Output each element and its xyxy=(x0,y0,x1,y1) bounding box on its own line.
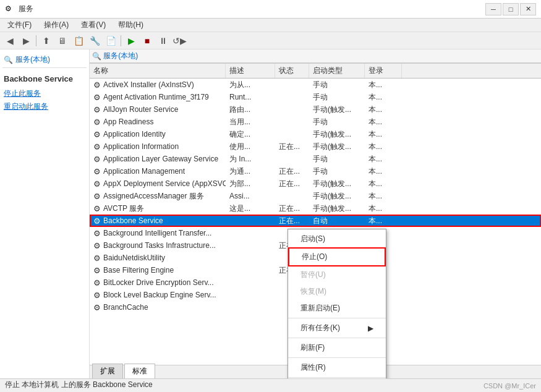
toolbar-pause[interactable]: ⏸ xyxy=(156,34,171,48)
table-row[interactable]: ⚙AllJoyn Router Service路由...手动(触发...本... xyxy=(90,103,541,116)
service-name: Application Management xyxy=(103,167,185,176)
title-bar-left: ⚙ 服务 xyxy=(5,4,33,14)
service-desc: 当用... xyxy=(226,116,275,129)
service-status xyxy=(275,96,309,98)
status-text: 停止 本地计算机 上的服务 Backbone Service xyxy=(5,380,153,390)
service-icon: ⚙ xyxy=(93,80,101,90)
context-menu-item: 恢复(M) xyxy=(288,283,386,300)
service-desc: 为 In... xyxy=(226,153,275,166)
context-menu-item-label: 重新启动(E) xyxy=(300,303,340,313)
service-status: 正在... xyxy=(275,202,309,215)
service-name: Application Layer Gateway Service xyxy=(103,155,218,163)
table-row[interactable]: ⚙App Readiness当用...手动本... xyxy=(90,116,541,128)
context-menu-item[interactable]: 重新启动(E) xyxy=(288,300,386,317)
service-login: 本... xyxy=(365,103,402,116)
service-name: Application Identity xyxy=(103,130,166,138)
service-name: BitLocker Drive Encryption Serv... xyxy=(103,278,214,287)
service-name: BranchCache xyxy=(103,303,148,312)
toolbar-restart[interactable]: ↺▶ xyxy=(172,34,187,48)
context-menu-separator xyxy=(288,357,386,358)
service-desc xyxy=(226,257,275,259)
context-menu-item-label: 属性(R) xyxy=(300,362,326,373)
service-status xyxy=(275,83,309,86)
service-status: 正在... xyxy=(275,165,309,178)
service-login: 本... xyxy=(365,140,402,153)
table-row[interactable]: ⚙Application Identity确定...手动(触发...本... xyxy=(90,128,541,140)
service-icon: ⚙ xyxy=(93,155,101,164)
context-menu-item[interactable]: 停止(O) xyxy=(288,247,386,266)
col-header-status[interactable]: 状态 xyxy=(275,64,309,78)
col-header-name[interactable]: 名称 xyxy=(90,64,226,78)
submenu-arrow-icon: ▶ xyxy=(368,324,373,333)
col-header-login[interactable]: 登录 xyxy=(365,64,402,78)
toolbar-stop[interactable]: ■ xyxy=(140,34,155,48)
service-name: App Readiness xyxy=(103,117,153,126)
col-header-desc[interactable]: 描述 xyxy=(226,64,275,78)
toolbar-up[interactable]: ⬆ xyxy=(39,34,54,48)
service-status: 正在... xyxy=(275,215,309,228)
toolbar-btn3[interactable]: 📋 xyxy=(71,34,86,48)
table-row[interactable]: ⚙ActiveX Installer (AxInstSV)为从...手动本... xyxy=(90,79,541,91)
maximize-button[interactable]: □ xyxy=(503,3,519,15)
toolbar-show-hide[interactable]: 🖥 xyxy=(55,34,70,48)
table-row[interactable]: ⚙AssignedAccessManager 服务Assi...手动(触发...… xyxy=(90,190,541,202)
minimize-button[interactable]: ─ xyxy=(485,3,501,15)
service-desc xyxy=(226,281,275,284)
context-menu-item[interactable]: 启动(S) xyxy=(288,231,386,247)
service-start-type: 手动 xyxy=(309,91,365,104)
context-menu-item[interactable]: 所有任务(K)▶ xyxy=(288,320,386,336)
service-desc: 这是... xyxy=(226,202,275,215)
service-status: 正在... xyxy=(275,177,309,190)
service-start-type: 手动(触发... xyxy=(309,140,365,153)
table-row[interactable]: ⚙Application Information使用...正在...手动(触发.… xyxy=(90,140,541,153)
service-name: Background Tasks Infrastructure... xyxy=(103,241,216,250)
service-icon: ⚙ xyxy=(93,179,101,189)
toolbar-back[interactable]: ◀ xyxy=(2,34,17,48)
service-desc: 确定... xyxy=(226,128,275,141)
table-row[interactable]: ⚙Agent Activation Runtime_3f179Runt...手动… xyxy=(90,91,541,103)
service-status xyxy=(275,158,309,160)
close-button[interactable]: ✕ xyxy=(520,3,536,15)
menu-bar: 文件(F) 操作(A) 查看(V) 帮助(H) xyxy=(0,19,541,32)
table-row[interactable]: ⚙Backbone Service正在...自动本... xyxy=(90,215,541,227)
service-status xyxy=(275,121,309,123)
service-name: Base Filtering Engine xyxy=(103,266,174,275)
menu-file[interactable]: 文件(F) xyxy=(2,19,36,32)
title-bar: ⚙ 服务 ─ □ ✕ xyxy=(0,0,541,19)
tab-standard[interactable]: 标准 xyxy=(124,364,155,378)
service-icon: ⚙ xyxy=(93,241,101,250)
service-desc xyxy=(226,306,275,309)
toolbar-btn4[interactable]: 🔧 xyxy=(87,34,102,48)
service-name: AppX Deployment Service (AppXSVC) xyxy=(103,179,226,188)
table-row[interactable]: ⚙AVCTP 服务这是...正在...手动(触发...本... xyxy=(90,202,541,215)
left-panel-icon: 🔍 xyxy=(4,56,13,64)
service-icon: ⚙ xyxy=(93,130,101,139)
stop-service-link[interactable]: 停止此服务 xyxy=(4,88,85,99)
context-menu-item[interactable]: 刷新(F) xyxy=(288,339,386,356)
toolbar-btn5[interactable]: 📄 xyxy=(103,34,118,48)
watermark: CSDN @Mr_ICer xyxy=(483,382,536,390)
col-header-start[interactable]: 启动类型 xyxy=(309,64,365,78)
menu-view[interactable]: 查看(V) xyxy=(76,19,111,32)
toolbar-play[interactable]: ▶ xyxy=(124,34,138,48)
toolbar-sep-1 xyxy=(36,35,36,46)
service-icon: ⚙ xyxy=(93,278,101,288)
table-row[interactable]: ⚙Application Layer Gateway Service为 In..… xyxy=(90,153,541,165)
left-panel-title: 🔍 服务(本地) xyxy=(2,52,87,68)
table-row[interactable]: ⚙AppX Deployment Service (AppXSVC)为部...正… xyxy=(90,177,541,190)
menu-help[interactable]: 帮助(H) xyxy=(113,19,148,32)
service-icon: ⚙ xyxy=(93,117,101,127)
toolbar-sep-2 xyxy=(121,35,121,46)
service-desc xyxy=(226,269,275,271)
context-menu-item[interactable]: 属性(R) xyxy=(288,359,386,376)
service-status xyxy=(275,195,309,197)
menu-action[interactable]: 操作(A) xyxy=(39,19,74,32)
service-desc: 为通... xyxy=(226,165,275,178)
context-menu-item-label: 启动(S) xyxy=(300,234,325,244)
tab-expand[interactable]: 扩展 xyxy=(92,364,123,378)
table-row[interactable]: ⚙Application Management为通...正在...手动本... xyxy=(90,165,541,177)
toolbar-forward[interactable]: ▶ xyxy=(19,34,33,48)
selected-service-name: Backbone Service xyxy=(4,74,85,83)
restart-service-link[interactable]: 重启动此服务 xyxy=(4,101,85,112)
right-panel: 🔍 服务(本地) 名称 描述 状态 启动类型 登录 ⚙ActiveX Insta… xyxy=(90,49,541,378)
